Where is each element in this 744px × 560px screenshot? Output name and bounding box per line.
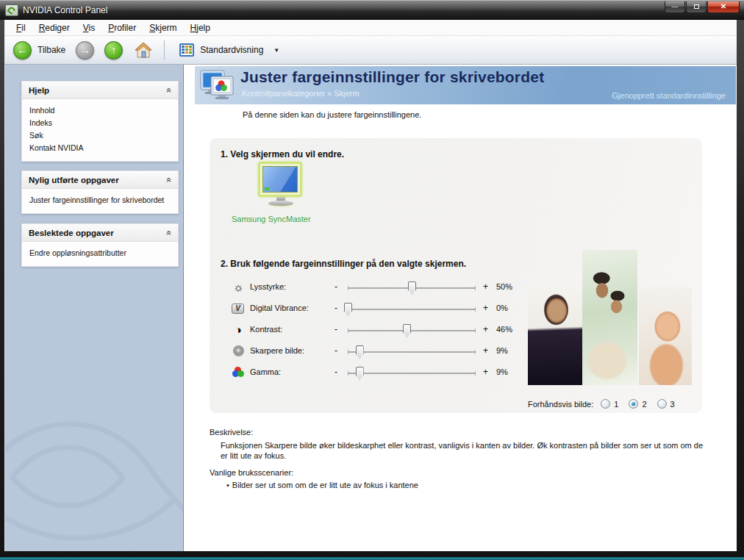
sidebar-group-recent-tasks: Nylig utførte oppgaver » Juster fargeinn… — [21, 170, 179, 214]
slider-plus: + — [483, 281, 488, 292]
menu-fil[interactable]: Fil — [10, 21, 32, 35]
couple-photo — [582, 250, 637, 385]
monitor-icon — [258, 162, 302, 197]
slider-plus: + — [483, 367, 488, 377]
sidebar-group-related-tasks: Beslektede oppgaver » Endre oppløsningsa… — [21, 223, 179, 267]
radio-label: 2 — [642, 400, 646, 409]
nvidia-app-icon — [5, 4, 18, 16]
toolbar-separator — [164, 40, 165, 60]
slider-value: 9% — [496, 367, 508, 376]
slider-label: Gamma: — [250, 367, 281, 376]
slider-thumb[interactable] — [408, 281, 416, 295]
contrast-slider[interactable] — [348, 330, 476, 331]
radio-button-icon[interactable] — [629, 399, 638, 409]
brightness-icon: ☼ — [232, 281, 245, 294]
menu-hjelp[interactable]: Hjelp — [185, 21, 216, 35]
preview-image-collage — [528, 262, 692, 397]
back-button-label[interactable]: Tilbake — [37, 45, 65, 55]
sidebar-group-related-header[interactable]: Beslektede oppgaver » — [22, 224, 178, 242]
up-button[interactable]: ↑ — [104, 41, 123, 60]
radio-button-icon[interactable] — [601, 399, 610, 409]
collapse-chevron-icon[interactable]: » — [164, 87, 174, 93]
title-bar[interactable]: NVIDIA Control Panel — ✕ — [0, 0, 744, 20]
slider-thumb[interactable] — [356, 367, 364, 380]
sidebar-item-change-resolution[interactable]: Endre oppløsningsattributter — [29, 247, 171, 259]
nvidia-control-panel-window: NVIDIA Control Panel — ✕ Fil Rediger Vis… — [0, 0, 744, 560]
slider-minus: - — [335, 345, 337, 356]
woman-portrait-photo — [528, 286, 582, 385]
slider-value: 9% — [496, 346, 508, 355]
radio-label: 3 — [670, 400, 675, 409]
back-button[interactable]: ← — [13, 41, 32, 60]
slider-thumb[interactable] — [344, 303, 352, 316]
slider-label: Digital Vibrance: — [250, 304, 309, 312]
menu-profiler[interactable]: Profiler — [102, 21, 142, 35]
slider-minus: - — [335, 303, 337, 313]
slider-plus: + — [483, 345, 488, 356]
close-button[interactable]: ✕ — [707, 1, 740, 13]
digital-vibrance-slider[interactable] — [348, 309, 476, 310]
usage-scenario-bullet: Bilder ser ut som om de er litt ute av f… — [226, 481, 418, 489]
slider-minus: - — [335, 324, 337, 334]
preview-radio-1[interactable]: 1 — [601, 399, 618, 409]
slider-value: 0% — [496, 304, 508, 312]
menu-skjerm[interactable]: Skjerm — [143, 21, 182, 35]
sidebar-group-help-header[interactable]: Hjelp » — [22, 82, 178, 99]
sidebar-item-sok[interactable]: Søk — [29, 129, 171, 142]
baby-photo — [639, 287, 692, 385]
collapse-chevron-icon[interactable]: » — [164, 230, 174, 235]
forward-button[interactable]: → — [76, 41, 94, 60]
view-selector[interactable]: Standardvisning ▼ — [174, 41, 285, 59]
sidebar-group-title: Nylig utførte oppgaver — [29, 176, 119, 184]
navigation-toolbar: ← Tilbake → ↑ Standardvisning ▼ — [4, 36, 737, 65]
display-monitor-item[interactable] — [258, 162, 304, 206]
slider-value: 50% — [496, 282, 512, 291]
description-body: Funksjonen Skarpere bilde øker bildeskar… — [221, 440, 709, 461]
preview-radio-2[interactable]: 2 — [629, 399, 646, 409]
display-color-settings-icon — [199, 69, 239, 105]
preview-image-label: Forhåndsvis bilde: — [528, 400, 593, 409]
view-selector-label: Standardvisning — [200, 45, 263, 55]
sidebar-item-kontakt-nvidia[interactable]: Kontakt NVIDIA — [29, 142, 171, 154]
sidebar-item-innhold[interactable]: Innhold — [29, 104, 171, 117]
preview-radio-3[interactable]: 3 — [657, 399, 675, 409]
slider-thumb[interactable] — [403, 324, 411, 337]
settings-panel: 1. Velg skjermen du vil endre. Samsung S… — [210, 138, 702, 413]
restore-defaults-link[interactable]: Gjenopprett standardinnstillinge — [612, 91, 726, 100]
menu-bar: Fil Rediger Vis Profiler Skjerm Hjelp — [4, 20, 737, 36]
breadcrumb[interactable]: Kontrollpanelkategorier » Skjerm — [242, 89, 360, 98]
maximize-icon — [694, 4, 699, 9]
sidebar-item-recent-task[interactable]: Juster fargeinnstillinger for skrivebord… — [29, 194, 171, 207]
page-title: Juster fargeinnstillinger for skrivebord… — [240, 68, 544, 86]
sidebar-group-recent-header[interactable]: Nylig utførte oppgaver » — [22, 171, 178, 189]
slider-label: Skarpere bilde: — [250, 346, 304, 355]
collapse-chevron-icon[interactable]: » — [164, 177, 174, 182]
home-button[interactable] — [135, 42, 152, 58]
maximize-button[interactable] — [686, 1, 707, 13]
chevron-down-icon: ▼ — [273, 47, 279, 54]
slider-value: 46% — [496, 325, 512, 334]
radio-label: 1 — [614, 400, 618, 409]
radio-button-icon[interactable] — [657, 399, 667, 409]
main-content: Juster fargeinnstillinger for skrivebord… — [184, 65, 737, 551]
sharpen-slider[interactable] — [348, 351, 476, 353]
menu-rediger[interactable]: Rediger — [33, 21, 76, 35]
slider-plus: + — [483, 324, 488, 334]
gamma-icon — [232, 367, 244, 378]
window-title: NVIDIA Control Panel — [23, 5, 107, 15]
step2-title: 2. Bruk følgende fargeinnstillinger på d… — [221, 259, 466, 269]
slider-thumb[interactable] — [356, 345, 364, 359]
grid-view-icon — [179, 43, 194, 57]
sidebar: Hjelp » Innhold Indeks Søk Kontakt NVIDI… — [4, 65, 184, 551]
brightness-slider[interactable] — [348, 287, 476, 289]
preview-image-selector: Forhåndsvis bilde: 1 2 3 — [528, 399, 685, 409]
page-intro-text: På denne siden kan du justere fargeinnst… — [243, 110, 421, 119]
sidebar-item-indeks[interactable]: Indeks — [29, 117, 171, 129]
menu-vis[interactable]: Vis — [77, 21, 101, 35]
digital-vibrance-icon: V — [232, 304, 244, 314]
page-header-banner: Juster fargeinnstillinger for skrivebord… — [195, 66, 736, 104]
minimize-button[interactable]: — — [665, 1, 685, 13]
slider-minus: - — [335, 281, 337, 292]
slider-label: Lysstyrke: — [250, 282, 286, 291]
gamma-slider[interactable] — [348, 373, 476, 374]
